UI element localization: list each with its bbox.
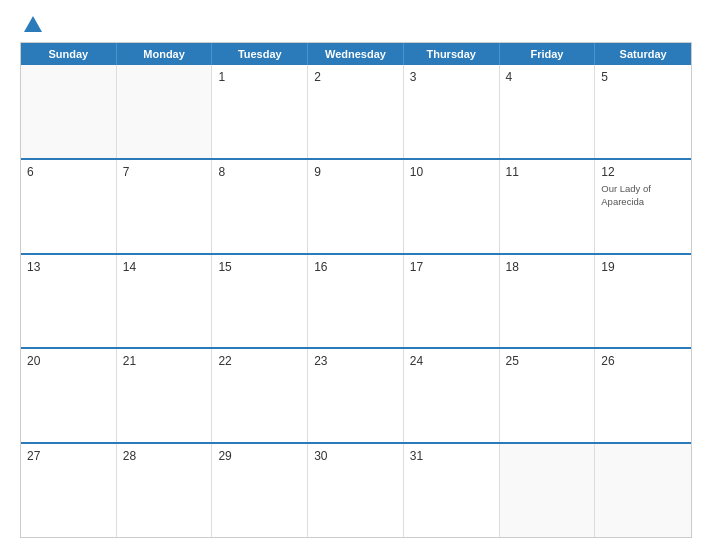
day-of-week-monday: Monday: [117, 43, 213, 65]
cal-cell: 15: [212, 255, 308, 348]
day-of-week-friday: Friday: [500, 43, 596, 65]
cal-cell: 20: [21, 349, 117, 442]
week-row-3: 13141516171819: [21, 255, 691, 350]
day-number: 17: [410, 260, 493, 274]
day-number: 22: [218, 354, 301, 368]
day-number: 2: [314, 70, 397, 84]
cal-cell: 30: [308, 444, 404, 537]
cal-cell: 18: [500, 255, 596, 348]
logo: [20, 18, 42, 32]
cal-cell: 17: [404, 255, 500, 348]
day-number: 5: [601, 70, 685, 84]
day-of-week-saturday: Saturday: [595, 43, 691, 65]
day-number: 19: [601, 260, 685, 274]
week-row-5: 2728293031: [21, 444, 691, 537]
day-number: 16: [314, 260, 397, 274]
day-of-week-wednesday: Wednesday: [308, 43, 404, 65]
calendar-grid: SundayMondayTuesdayWednesdayThursdayFrid…: [20, 42, 692, 538]
cal-cell: 3: [404, 65, 500, 158]
week-row-1: 12345: [21, 65, 691, 160]
day-number: 9: [314, 165, 397, 179]
day-number: 1: [218, 70, 301, 84]
cal-cell: [595, 444, 691, 537]
day-number: 4: [506, 70, 589, 84]
holiday-label: Our Lady of Aparecida: [601, 183, 651, 207]
cal-cell: 19: [595, 255, 691, 348]
day-number: 11: [506, 165, 589, 179]
cal-cell: [117, 65, 213, 158]
day-number: 15: [218, 260, 301, 274]
cal-cell: 12Our Lady of Aparecida: [595, 160, 691, 253]
cal-cell: 13: [21, 255, 117, 348]
cal-cell: 29: [212, 444, 308, 537]
cal-cell: 16: [308, 255, 404, 348]
cal-cell: 28: [117, 444, 213, 537]
day-number: 28: [123, 449, 206, 463]
cal-cell: [21, 65, 117, 158]
cal-cell: 24: [404, 349, 500, 442]
cal-cell: 2: [308, 65, 404, 158]
day-of-week-thursday: Thursday: [404, 43, 500, 65]
cal-cell: [500, 444, 596, 537]
day-number: 13: [27, 260, 110, 274]
day-number: 12: [601, 165, 685, 179]
day-number: 6: [27, 165, 110, 179]
day-number: 7: [123, 165, 206, 179]
cal-cell: 10: [404, 160, 500, 253]
week-row-2: 6789101112Our Lady of Aparecida: [21, 160, 691, 255]
day-number: 27: [27, 449, 110, 463]
days-of-week-row: SundayMondayTuesdayWednesdayThursdayFrid…: [21, 43, 691, 65]
day-number: 3: [410, 70, 493, 84]
day-number: 31: [410, 449, 493, 463]
cal-cell: 26: [595, 349, 691, 442]
cal-cell: 27: [21, 444, 117, 537]
day-number: 26: [601, 354, 685, 368]
calendar-page: SundayMondayTuesdayWednesdayThursdayFrid…: [0, 0, 712, 550]
calendar-body: 123456789101112Our Lady of Aparecida1314…: [21, 65, 691, 537]
cal-cell: 21: [117, 349, 213, 442]
cal-cell: 25: [500, 349, 596, 442]
day-number: 18: [506, 260, 589, 274]
day-number: 30: [314, 449, 397, 463]
day-number: 20: [27, 354, 110, 368]
day-of-week-tuesday: Tuesday: [212, 43, 308, 65]
cal-cell: 6: [21, 160, 117, 253]
cal-cell: 22: [212, 349, 308, 442]
header: [20, 18, 692, 32]
cal-cell: 8: [212, 160, 308, 253]
day-number: 25: [506, 354, 589, 368]
cal-cell: 1: [212, 65, 308, 158]
logo-triangle-icon: [24, 16, 42, 32]
day-number: 14: [123, 260, 206, 274]
day-number: 21: [123, 354, 206, 368]
cal-cell: 14: [117, 255, 213, 348]
day-number: 8: [218, 165, 301, 179]
day-number: 10: [410, 165, 493, 179]
day-of-week-sunday: Sunday: [21, 43, 117, 65]
cal-cell: 11: [500, 160, 596, 253]
cal-cell: 7: [117, 160, 213, 253]
week-row-4: 20212223242526: [21, 349, 691, 444]
day-number: 24: [410, 354, 493, 368]
cal-cell: 5: [595, 65, 691, 158]
day-number: 23: [314, 354, 397, 368]
cal-cell: 23: [308, 349, 404, 442]
cal-cell: 9: [308, 160, 404, 253]
day-number: 29: [218, 449, 301, 463]
cal-cell: 31: [404, 444, 500, 537]
cal-cell: 4: [500, 65, 596, 158]
